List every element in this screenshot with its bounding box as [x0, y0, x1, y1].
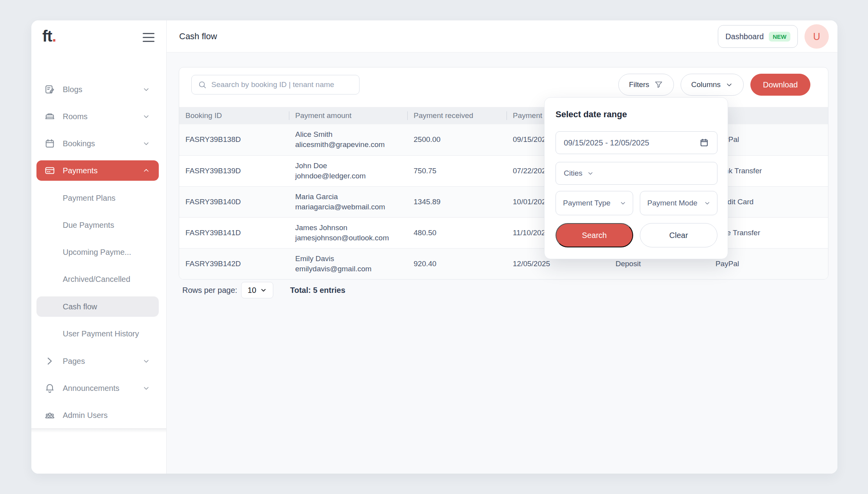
amount-cell: 920.40	[407, 248, 507, 279]
sidebar-item-label: Payment Plans	[63, 194, 159, 203]
sidebar-item-label: Cash flow	[63, 302, 159, 311]
sidebar-item-label: Payments	[63, 166, 142, 175]
payments-table: Booking ID Payment amount Payment receiv…	[179, 107, 828, 279]
search-input[interactable]	[211, 80, 359, 89]
date-range-value: 09/15/2025 - 12/05/2025	[564, 138, 699, 147]
tenant-name: John Doe	[295, 161, 407, 171]
date-range-input[interactable]: 09/15/2025 - 12/05/2025	[556, 131, 717, 154]
filters-button[interactable]: Filters	[618, 74, 674, 96]
column-header-booking-id: Booking ID	[179, 107, 289, 124]
tenant-cell: John Doejohndoe@ledger.com	[289, 155, 407, 186]
rows-per-page-label: Rows per page:	[182, 282, 237, 298]
download-button[interactable]: Download	[750, 74, 810, 96]
popup-clear-button[interactable]: Clear	[640, 223, 717, 247]
sidebar: ft. Blogs Rooms Bookings Payments	[31, 20, 167, 474]
payment-mode-label: Payment Mode	[647, 199, 697, 207]
tenant-name: James Johnson	[295, 223, 407, 233]
sidebar-item-cash-flow[interactable]: Cash flow	[36, 296, 159, 317]
sidebar-item-label: Archived/Cancelled	[63, 275, 159, 284]
popup-title: Select date range	[556, 109, 627, 120]
sidebar-item-announcements[interactable]: Announcements	[36, 378, 159, 398]
brand-logo: ft.	[42, 27, 56, 45]
bell-icon	[44, 383, 55, 394]
dashboard-button[interactable]: Dashboard NEW	[718, 25, 798, 48]
app-window: ft. Blogs Rooms Bookings Payments	[31, 20, 837, 474]
toolbar-buttons: Filters Columns Download	[618, 74, 810, 96]
table-row: FASRY39B139D John Doejohndoe@ledger.com …	[179, 155, 828, 186]
sidebar-item-blogs[interactable]: Blogs	[36, 79, 159, 100]
sidebar-item-label: Bookings	[63, 139, 142, 148]
avatar[interactable]: U	[804, 24, 829, 49]
cities-dropdown[interactable]: Cities	[556, 162, 717, 185]
chevron-down-icon	[704, 200, 711, 207]
sidebar-item-label: Pages	[63, 357, 142, 366]
sidebar-item-archived-cancelled[interactable]: Archived/Cancelled	[36, 269, 159, 289]
sidebar-item-label: Due Payments	[63, 221, 159, 230]
users-icon	[44, 410, 55, 421]
tenant-cell: Maria Garciamariagarcia@webmail.com	[289, 186, 407, 217]
sidebar-item-bookings[interactable]: Bookings	[36, 133, 159, 154]
calendar-icon	[44, 138, 55, 149]
cities-dropdown-label: Cities	[564, 169, 583, 178]
payment-type-dropdown[interactable]: Payment Type	[556, 191, 633, 215]
chevron-down-icon	[142, 85, 150, 93]
tenant-cell: Emily Davisemilydavis@gmail.com	[289, 248, 407, 279]
payment-mode-dropdown[interactable]: Payment Mode	[640, 191, 717, 215]
tenant-name: Emily Davis	[295, 254, 407, 264]
column-header-payment-amount: Payment amount	[289, 107, 407, 124]
amount-cell: 1345.89	[407, 186, 507, 217]
popup-search-button[interactable]: Search	[556, 223, 633, 247]
table-row: FASRY39B141D James Johnsonjamesjohnson@o…	[179, 217, 828, 248]
sidebar-item-upcoming-payments[interactable]: Upcoming Payme...	[36, 242, 159, 262]
chevron-down-icon	[619, 200, 626, 207]
booking-id-cell: FASRY39B140D	[179, 186, 289, 217]
app-page: ft. Blogs Rooms Bookings Payments	[0, 0, 868, 494]
main-header: Cash flow Dashboard NEW U	[167, 20, 837, 53]
hamburger-menu-icon[interactable]	[143, 33, 154, 45]
calendar-icon	[699, 138, 709, 148]
columns-button[interactable]: Columns	[681, 74, 744, 96]
columns-button-label: Columns	[691, 80, 721, 89]
table-header-row: Booking ID Payment amount Payment receiv…	[179, 107, 828, 124]
amount-cell: 2500.00	[407, 124, 507, 155]
page-title: Cash flow	[179, 20, 217, 53]
tenant-cell: James Johnsonjamesjohnson@outlook.com	[289, 217, 407, 248]
chevron-down-icon	[142, 113, 150, 120]
sidebar-item-label: User Payment History	[63, 329, 159, 338]
rows-per-page-select[interactable]: 10	[241, 282, 273, 298]
tenant-email: johndoe@ledger.com	[295, 171, 407, 181]
sidebar-item-label: Rooms	[63, 112, 142, 121]
chevron-down-icon	[260, 287, 267, 294]
sidebar-item-user-payment-history[interactable]: User Payment History	[36, 323, 159, 344]
amount-cell: 750.75	[407, 155, 507, 186]
chevron-right-icon	[44, 356, 55, 367]
table-row: FASRY39B140D Maria Garciamariagarcia@web…	[179, 186, 828, 217]
tenant-email: emilydavis@gmail.com	[295, 264, 407, 274]
search-box	[191, 75, 360, 94]
chevron-up-icon	[142, 167, 150, 174]
sidebar-item-payment-plans[interactable]: Payment Plans	[36, 188, 159, 208]
column-header-payment-received: Payment received	[407, 107, 507, 124]
sidebar-item-payments[interactable]: Payments	[36, 160, 159, 181]
date-range-popup: Select date range 09/15/2025 - 12/05/202…	[544, 97, 728, 259]
sidebar-item-due-payments[interactable]: Due Payments	[36, 215, 159, 235]
brand-logo-dot: .	[52, 27, 56, 45]
sidebar-item-label: Announcements	[63, 384, 142, 393]
tenant-email: alicesmith@grapevine.com	[295, 140, 407, 150]
blog-icon	[44, 84, 55, 95]
payment-type-label: Payment Type	[563, 199, 610, 207]
sidebar-item-rooms[interactable]: Rooms	[36, 106, 159, 127]
total-entries-label: Total: 5 entries	[290, 282, 345, 298]
chevron-down-icon	[142, 357, 150, 365]
booking-id-cell: FASRY39B141D	[179, 217, 289, 248]
filters-button-label: Filters	[629, 80, 649, 89]
sidebar-item-label: Upcoming Payme...	[63, 248, 159, 257]
dashboard-button-label: Dashboard	[725, 32, 764, 41]
table-row: FASRY39B138D Alice Smithalicesmith@grape…	[179, 124, 828, 155]
sidebar-logo-row: ft.	[31, 20, 166, 53]
main-area: Cash flow Dashboard NEW U Filter	[167, 20, 837, 474]
chevron-down-icon	[142, 140, 150, 147]
sidebar-item-pages[interactable]: Pages	[36, 351, 159, 371]
tenant-email: mariagarcia@webmail.com	[295, 202, 407, 212]
sidebar-item-admin-users[interactable]: Admin Users	[36, 405, 159, 425]
